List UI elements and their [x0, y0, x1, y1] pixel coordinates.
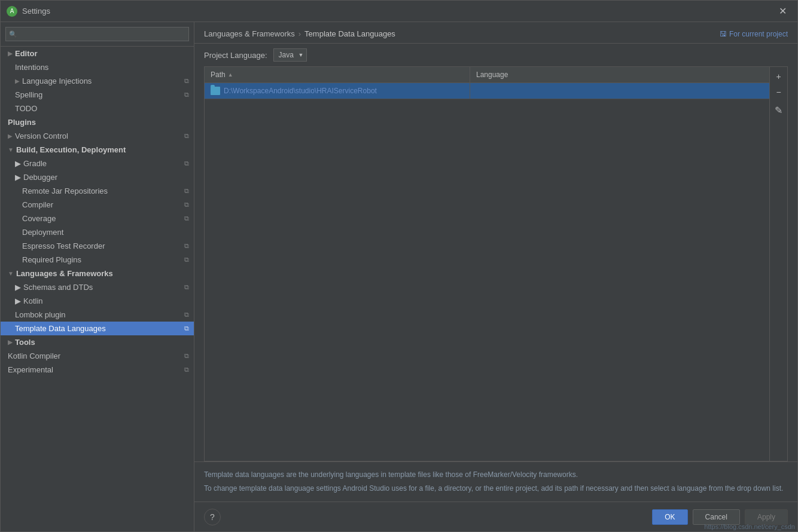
sidebar-item-label: Deployment [22, 228, 63, 237]
sidebar-item-label: Languages & Frameworks [16, 269, 113, 278]
sidebar-item-spelling[interactable]: Spelling ⧉ [1, 88, 194, 102]
sidebar-item-label: Coverage [22, 214, 56, 223]
sort-icon: ▲ [228, 72, 233, 78]
sidebar-item-tools[interactable]: ▶ Tools [1, 335, 194, 349]
close-button[interactable]: ✕ [774, 3, 791, 19]
sidebar-item-editor[interactable]: ▶ Editor [1, 47, 194, 60]
sidebar-item-plugins[interactable]: Plugins [1, 115, 194, 129]
ok-button[interactable]: OK [652, 509, 687, 525]
sidebar-item-experimental[interactable]: Experimental ⧉ [1, 363, 194, 377]
sidebar-item-build-exec-deploy[interactable]: ▼ Build, Execution, Deployment [1, 143, 194, 157]
breadcrumb-current: Template Data Languages [304, 29, 395, 38]
sidebar-item-label: Template Data Languages [15, 324, 106, 333]
sidebar-item-label: Language Injections [22, 77, 92, 85]
sidebar-item-compiler[interactable]: Compiler ⧉ [1, 198, 194, 212]
expand-arrow: ▶ [15, 283, 21, 292]
breadcrumb: Languages & Frameworks › Template Data L… [204, 29, 395, 38]
sidebar-item-label: Espresso Test Recorder [22, 241, 105, 250]
java-dropdown-wrapper: Java [273, 48, 307, 62]
path-value: D:\WorkspaceAndroid\studio\HRAIServiceRo… [224, 87, 377, 95]
expand-arrow: ▶ [8, 133, 13, 139]
sidebar-item-intentions[interactable]: Intentions [1, 60, 194, 74]
copy-icon: ⧉ [184, 242, 189, 250]
edit-row-button[interactable]: ✎ [772, 103, 786, 117]
sidebar-item-languages-frameworks[interactable]: ▼ Languages & Frameworks [1, 267, 194, 280]
sidebar-item-debugger[interactable]: ▶ Debugger [1, 170, 194, 184]
project-language-row: Project Language: Java [194, 44, 797, 66]
expand-arrow: ▶ [15, 78, 20, 84]
sidebar-item-label: Experimental [8, 365, 53, 374]
search-box [1, 22, 194, 47]
breadcrumb-arrow: › [299, 29, 301, 38]
copy-icon: ⧉ [184, 132, 189, 140]
table-main: Path ▲ Language D:\WorkspaceAndroid\stud… [205, 67, 769, 461]
search-wrapper [5, 27, 189, 41]
main-content: ▶ Editor Intentions ▶ Language Injection… [1, 22, 797, 531]
help-button[interactable]: ? [204, 509, 221, 525]
expand-arrow: ▼ [8, 146, 14, 153]
copy-icon: ⧉ [184, 187, 189, 195]
sidebar-item-deployment[interactable]: Deployment [1, 225, 194, 239]
table-cell-path: D:\WorkspaceAndroid\studio\HRAIServiceRo… [205, 83, 470, 99]
sidebar-item-label: Schemas and DTDs [23, 283, 93, 292]
expand-arrow: ▶ [15, 159, 21, 168]
title-bar: A Settings ✕ [1, 1, 797, 22]
add-row-button[interactable]: + [772, 69, 786, 84]
for-current-project-label: For current project [729, 30, 788, 38]
copy-icon: ⧉ [184, 366, 189, 374]
window-title: Settings [22, 7, 774, 16]
folder-icon [211, 87, 220, 95]
sidebar-item-label: Kotlin Compiler [8, 351, 60, 360]
sidebar-item-label: Required Plugins [22, 255, 81, 264]
copy-icon: ⧉ [184, 215, 189, 222]
col-path-header: Path ▲ [205, 67, 470, 82]
sidebar-item-todo[interactable]: TODO [1, 102, 194, 115]
sidebar-item-label: Gradle [23, 159, 47, 168]
info-text: Template data languages are the underlyi… [194, 461, 797, 502]
sidebar-item-template-data-languages[interactable]: Template Data Languages ⧉ [1, 322, 194, 335]
sidebar-item-coverage[interactable]: Coverage ⧉ [1, 212, 194, 225]
watermark: https://blog.csdn.net/cery_csdn [702, 522, 797, 531]
sidebar-item-remote-jar[interactable]: Remote Jar Repositories ⧉ [1, 184, 194, 198]
table-body: D:\WorkspaceAndroid\studio\HRAIServiceRo… [205, 83, 769, 461]
sidebar-item-schemas-dtds[interactable]: ▶ Schemas and DTDs ⧉ [1, 280, 194, 294]
sidebar-item-label: Tools [15, 338, 35, 347]
right-panel: Languages & Frameworks › Template Data L… [194, 22, 797, 531]
copy-icon: ⧉ [184, 201, 189, 209]
sidebar-item-espresso[interactable]: Espresso Test Recorder ⧉ [1, 239, 194, 253]
sidebar-item-label: Editor [15, 49, 38, 58]
sidebar-item-kotlin-compiler[interactable]: Kotlin Compiler ⧉ [1, 349, 194, 363]
for-current-project: 🖫 For current project [720, 30, 788, 38]
copy-icon: ⧉ [184, 283, 189, 291]
remove-row-button[interactable]: − [772, 85, 786, 99]
java-dropdown[interactable]: Java [273, 48, 307, 62]
search-input[interactable] [5, 27, 189, 41]
sidebar-item-label: Build, Execution, Deployment [16, 145, 126, 154]
table-cell-language [470, 87, 769, 94]
sidebar-item-kotlin[interactable]: ▶ Kotlin [1, 294, 194, 308]
sidebar-item-label: TODO [15, 104, 37, 113]
sidebar-item-version-control[interactable]: ▶ Version Control ⧉ [1, 129, 194, 143]
copy-icon: ⧉ [184, 77, 189, 85]
sidebar-item-language-injections[interactable]: ▶ Language Injections ⧉ [1, 74, 194, 88]
copy-icon: ⧉ [184, 352, 189, 360]
table-and-actions: Path ▲ Language D:\WorkspaceAndroid\stud… [204, 66, 788, 461]
sidebar-item-lombok[interactable]: Lombok plugin ⧉ [1, 308, 194, 322]
expand-arrow: ▶ [8, 339, 13, 346]
app-icon: A [7, 6, 17, 17]
settings-window: A Settings ✕ ▶ Editor Intentions [0, 0, 798, 532]
sidebar-item-label: Kotlin [23, 296, 43, 305]
sidebar-item-label: Intentions [15, 63, 48, 72]
expand-arrow: ▼ [8, 270, 14, 277]
info-text-line2: To change template data language setting… [204, 483, 788, 494]
sidebar-list: ▶ Editor Intentions ▶ Language Injection… [1, 47, 194, 531]
project-language-label: Project Language: [204, 51, 267, 60]
copy-icon: ⧉ [184, 311, 189, 319]
expand-arrow: ▶ [15, 173, 21, 182]
sidebar-item-required-plugins[interactable]: Required Plugins ⧉ [1, 253, 194, 267]
copy-icon: ⧉ [184, 325, 189, 332]
table-row[interactable]: D:\WorkspaceAndroid\studio\HRAIServiceRo… [205, 83, 769, 99]
table-header: Path ▲ Language [205, 67, 769, 83]
sidebar-item-gradle[interactable]: ▶ Gradle ⧉ [1, 157, 194, 170]
sidebar-item-label: Compiler [22, 200, 53, 209]
